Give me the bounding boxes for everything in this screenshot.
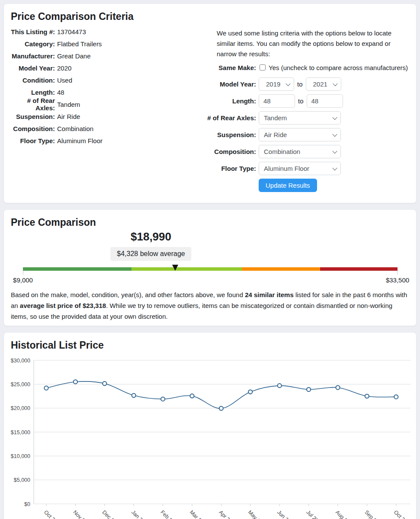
good-price-segment xyxy=(131,267,242,271)
model-year-to-separator: to xyxy=(297,80,303,88)
detail-row: This Listing #:13704473 xyxy=(11,26,206,38)
detail-value: Great Dane xyxy=(57,52,91,60)
price-comparison-card: Price Comparison $18,990 $4,328 below av… xyxy=(3,209,417,326)
detail-row: Manufacturer:Great Dane xyxy=(11,50,206,62)
x-axis-tick-label: Sep 25 xyxy=(363,509,380,519)
detail-label: Model Year: xyxy=(11,64,55,72)
x-axis-tick-label: Apr 25 xyxy=(218,509,233,519)
model-year-row: Model Year: 2019 to 2021 xyxy=(206,77,409,91)
detail-value: Used xyxy=(57,77,72,84)
data-point[interactable] xyxy=(336,385,340,389)
model-year-from-select[interactable]: 2019 xyxy=(259,77,294,91)
data-point[interactable] xyxy=(44,386,48,390)
detail-label: Suspension: xyxy=(11,113,55,120)
detail-label: Condition: xyxy=(11,77,55,84)
model-year-to-select[interactable]: 2021 xyxy=(306,77,341,91)
detail-row: Category:Flatbed Trailers xyxy=(11,38,206,50)
update-row: Update Results xyxy=(206,179,409,192)
overpriced-segment xyxy=(320,267,398,271)
detail-value: Flatbed Trailers xyxy=(57,40,102,48)
suspension-select[interactable]: Air Ride xyxy=(259,128,341,141)
x-axis-tick-label: Oct 25 xyxy=(393,509,408,519)
historical-price-chart: $0$5,000$10,000$15,000$20,000$25,000$30,… xyxy=(4,355,417,519)
x-axis-tick-label: Oct 24 xyxy=(43,509,58,519)
data-point[interactable] xyxy=(190,394,194,398)
data-point[interactable] xyxy=(74,380,77,384)
price-description: Based on the make, model, condition, yea… xyxy=(11,289,410,322)
data-point[interactable] xyxy=(278,384,282,388)
data-point[interactable] xyxy=(248,390,252,394)
page: Price Comparison Criteria This Listing #… xyxy=(0,0,420,519)
high-price-segment xyxy=(242,267,320,271)
price-gradient-bar xyxy=(23,267,398,271)
criteria-card: Price Comparison Criteria This Listing #… xyxy=(3,3,417,203)
chart-title: Historical List Price xyxy=(4,338,416,352)
x-axis-tick-label: Feb 25 xyxy=(159,509,175,519)
x-axis-tick-label: Jan 25 xyxy=(130,509,146,519)
detail-row: Suspension:Air Ride xyxy=(11,110,206,122)
length-to-input[interactable] xyxy=(307,94,343,108)
detail-label: # of Rear Axles: xyxy=(11,97,55,112)
y-axis-tick-label: $10,000 xyxy=(11,453,30,459)
floor-type-select[interactable]: Aluminum Floor xyxy=(259,162,341,175)
price-range-bar: $9,000 $33,500 xyxy=(23,267,398,271)
detail-row: Floor Type:Aluminum Floor xyxy=(11,135,206,147)
y-axis-tick-label: $0 xyxy=(24,501,30,507)
composition-label: Composition: xyxy=(206,148,256,155)
detail-value: Combination xyxy=(57,125,93,132)
update-results-button[interactable]: Update Results xyxy=(259,179,317,192)
price-card-title: Price Comparison xyxy=(11,215,96,229)
composition-row: Composition: Combination xyxy=(206,145,409,158)
same-make-label: Same Make: xyxy=(206,64,256,71)
data-point[interactable] xyxy=(307,388,311,391)
criteria-form: We used some listing criteria with the o… xyxy=(206,28,409,195)
x-axis-tick-label: Aug 25 xyxy=(334,509,351,519)
detail-row: # of Rear Axles:Tandem xyxy=(11,98,206,110)
same-make-row: Same Make: Yes (uncheck to compare acros… xyxy=(206,63,409,72)
same-make-checkbox[interactable] xyxy=(260,64,266,70)
detail-value: 48 xyxy=(57,89,64,96)
price-line-series xyxy=(46,381,396,408)
detail-value: Air Ride xyxy=(57,113,80,120)
x-axis-tick-label: May 25 xyxy=(247,509,264,519)
detail-value: Tandem xyxy=(57,101,80,108)
rear-axles-select[interactable]: Tandem xyxy=(259,111,341,125)
detail-label: Composition: xyxy=(11,125,55,132)
great-price-segment xyxy=(23,267,131,271)
data-point[interactable] xyxy=(394,395,398,399)
x-axis-tick-label: Nov 24 xyxy=(72,509,88,519)
min-price-tick xyxy=(23,271,23,275)
y-axis-tick-label: $15,000 xyxy=(11,429,30,436)
current-price: $18,990 xyxy=(131,230,171,243)
data-point[interactable] xyxy=(219,407,223,410)
length-to-separator: to xyxy=(298,97,304,105)
x-axis-tick-label: Jul 25 xyxy=(305,509,320,519)
price-marker-icon xyxy=(172,265,178,271)
y-axis-tick-label: $30,000 xyxy=(11,358,30,364)
data-point[interactable] xyxy=(161,397,165,401)
below-average-badge: $4,328 below average xyxy=(110,247,191,261)
suspension-row: Suspension: Air Ride xyxy=(206,128,409,141)
data-point[interactable] xyxy=(103,381,106,385)
y-axis-tick-label: $5,000 xyxy=(14,477,30,483)
criteria-intro-text: We used some listing criteria with the o… xyxy=(217,28,408,59)
detail-row: Condition:Used xyxy=(11,74,206,86)
model-year-label: Model Year: xyxy=(206,80,256,88)
composition-select[interactable]: Combination xyxy=(259,145,341,158)
detail-label: Manufacturer: xyxy=(11,52,55,60)
same-make-control: Yes (uncheck to compare across manufactu… xyxy=(259,64,408,71)
detail-value: 2020 xyxy=(57,64,71,72)
x-axis-tick-label: Mar 25 xyxy=(189,509,205,519)
listing-details: This Listing #:13704473Category:Flatbed … xyxy=(11,26,206,195)
length-from-input[interactable] xyxy=(259,94,295,108)
data-point[interactable] xyxy=(365,394,369,398)
x-axis-tick-label: Dec 24 xyxy=(101,509,118,519)
criteria-card-title: Price Comparison Criteria xyxy=(11,10,409,23)
historical-price-card: Historical List Price $0$5,000$10,000$15… xyxy=(3,332,417,519)
detail-label: This Listing #: xyxy=(11,28,55,35)
detail-value: Aluminum Floor xyxy=(57,137,103,144)
y-axis-tick-label: $20,000 xyxy=(11,405,30,411)
data-point[interactable] xyxy=(132,394,136,397)
same-make-hint: Yes (uncheck to compare across manufactu… xyxy=(269,64,408,71)
detail-row: Model Year:2020 xyxy=(11,62,206,74)
